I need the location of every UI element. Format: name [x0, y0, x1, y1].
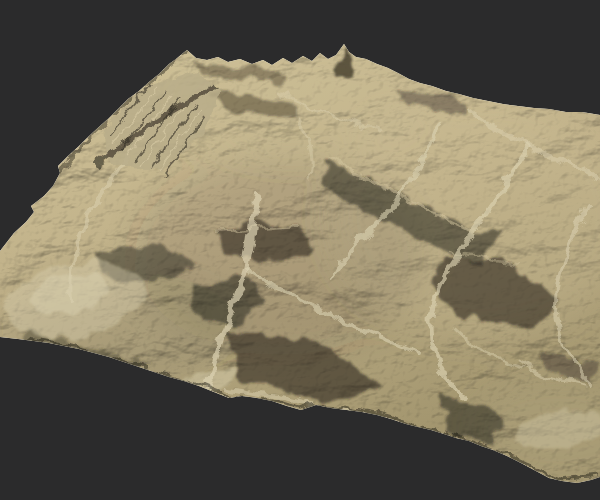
viewport — [0, 0, 600, 500]
terrain-render — [0, 0, 600, 500]
